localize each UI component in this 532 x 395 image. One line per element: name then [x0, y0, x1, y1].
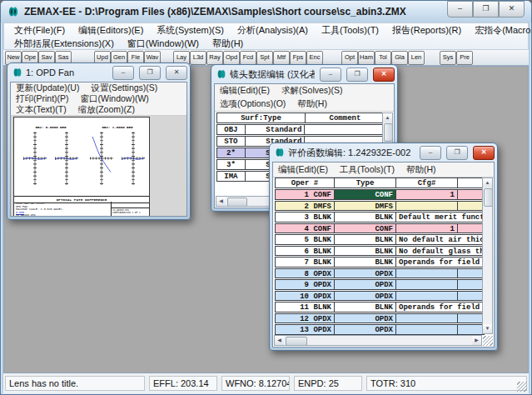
- toolbar-enc[interactable]: Enc: [306, 51, 323, 65]
- table-row[interactable]: 6 BLNK BLNK No default glass thi: [275, 246, 485, 257]
- merit-close-button[interactable]: ✕: [473, 146, 495, 160]
- table-row[interactable]: 5 BLNK BLNK No default air thick: [275, 234, 485, 245]
- opd-menu-window[interactable]: 窗口(Window)(W): [81, 93, 149, 105]
- cell-extra[interactable]: [458, 280, 484, 289]
- cell-type[interactable]: OPDX: [335, 314, 396, 323]
- scroll-down-arrow[interactable]: ▼: [483, 324, 492, 333]
- cell-oper[interactable]: 12 OPDX: [276, 314, 335, 323]
- lens-menu-help[interactable]: 帮助(H): [297, 98, 327, 110]
- opd-menu-update[interactable]: 更新(Update)(U): [16, 82, 79, 94]
- merit-horizontal-scrollbar[interactable]: ◀ ▶: [274, 335, 482, 346]
- cell-extra[interactable]: [458, 292, 484, 301]
- lens-menu-options[interactable]: 选项(Options)(O): [220, 98, 286, 110]
- menu-reports[interactable]: 报告(Reports)(R): [385, 24, 468, 37]
- cell-type[interactable]: DMFS: [335, 202, 396, 211]
- cell-oper[interactable]: 8 OPDX: [276, 269, 335, 278]
- cell-cfg[interactable]: [396, 280, 458, 289]
- cell-type[interactable]: OPDX: [335, 269, 396, 278]
- menu-tools[interactable]: 工具(Tools)(T): [315, 24, 385, 37]
- cell-cfg[interactable]: [396, 314, 458, 323]
- cell-oper[interactable]: 7 BLNK: [276, 258, 335, 267]
- toolbar-l3d[interactable]: L3d: [190, 51, 206, 65]
- toolbar-opd[interactable]: Opd: [223, 51, 240, 65]
- table-row[interactable]: 3 BLNK BLNK Default merit functi: [275, 212, 485, 222]
- menu-window[interactable]: 窗口(Window)(W): [121, 38, 206, 50]
- cell-oper[interactable]: 4 CONF: [276, 224, 335, 233]
- lens-minimize-button[interactable]: –: [320, 68, 341, 82]
- opd-fan-window[interactable]: 1: OPD Fan – ❐ ✕ 更新(Update)(U) 设置(Settin…: [7, 62, 191, 220]
- merit-function-editor-window[interactable]: 评价函数编辑: 1.242932E-002 – ❐ ✕ 编辑(Edit)(E) …: [269, 142, 498, 351]
- cell-cfg[interactable]: 1: [396, 190, 458, 199]
- toolbar-fps[interactable]: Fps: [290, 51, 306, 65]
- cell-type[interactable]: CONF: [335, 224, 396, 233]
- cell-surf[interactable]: IMA: [217, 172, 246, 181]
- scroll-thumb[interactable]: [227, 198, 247, 207]
- close-button[interactable]: ✕: [499, 1, 525, 18]
- cell-comment[interactable]: Operands for field 2: [396, 302, 484, 312]
- toolbar-tol[interactable]: Tol: [375, 51, 391, 65]
- cell-extra[interactable]: [458, 202, 484, 211]
- cell-oper[interactable]: 2 DMFS: [276, 202, 335, 211]
- scroll-left-arrow[interactable]: ◀: [216, 197, 226, 206]
- lens-menu-solves[interactable]: 求解(Solves)(S): [281, 85, 343, 97]
- window-resize-grip[interactable]: [517, 382, 527, 392]
- toolbar-spt[interactable]: Spt: [256, 51, 273, 65]
- opd-minimize-button[interactable]: –: [112, 66, 134, 80]
- merit-vertical-scrollbar[interactable]: ▲ ▼: [482, 178, 493, 334]
- cell-cfg[interactable]: [396, 202, 458, 211]
- minimize-button[interactable]: –: [447, 1, 473, 18]
- cell-cfg[interactable]: [396, 325, 458, 334]
- cell-comment[interactable]: Operands for field 1: [396, 258, 484, 267]
- toolbar-pre[interactable]: Pre: [456, 51, 473, 65]
- cell-type[interactable]: BLNK: [335, 247, 396, 256]
- opd-menu-print[interactable]: 打印(Print)(P): [16, 93, 69, 105]
- cell-extra[interactable]: [458, 314, 484, 323]
- table-row[interactable]: 8 OPDX OPDX: [275, 268, 485, 279]
- cell-comment[interactable]: [305, 125, 385, 134]
- cell-oper[interactable]: 10 OPDX: [276, 292, 335, 301]
- table-row[interactable]: 4 CONF CONF 1: [275, 223, 485, 234]
- scroll-up-arrow[interactable]: ▲: [383, 113, 392, 122]
- merit-menu-tools[interactable]: 工具(Tools)(T): [340, 164, 395, 176]
- opd-titlebar[interactable]: 1: OPD Fan – ❐ ✕: [10, 63, 187, 82]
- toolbar-fcd[interactable]: Fcd: [240, 51, 256, 65]
- opd-menu-text[interactable]: 文本(Text)(T): [16, 104, 67, 116]
- cell-type[interactable]: Standard: [246, 125, 306, 134]
- scroll-right-arrow[interactable]: ▶: [472, 336, 481, 345]
- scroll-thumb[interactable]: [484, 188, 493, 207]
- cell-extra[interactable]: [458, 269, 484, 278]
- toolbar-sys[interactable]: Sys: [440, 51, 456, 65]
- table-row[interactable]: 11 BLNK BLNK Operands for field 2: [275, 302, 485, 312]
- main-titlebar[interactable]: ZEMAX-EE - D:\Program Files (x86)\ZEMAX\…: [1, 1, 531, 22]
- lens-titlebar[interactable]: 镜头数据编辑 (汉化者: eng... – ❐ ✕: [214, 65, 395, 83]
- toolbar-ray[interactable]: Ray: [206, 51, 223, 65]
- cell-comment[interactable]: No default air thick: [396, 235, 484, 244]
- cell-oper[interactable]: 13 OPDX: [276, 325, 335, 334]
- cell-surf[interactable]: 2*: [217, 148, 246, 158]
- cell-oper[interactable]: 3 BLNK: [276, 212, 335, 222]
- table-row[interactable]: 10 OPDX OPDX: [275, 291, 485, 302]
- opd-restore-button[interactable]: ❐: [139, 66, 161, 80]
- cell-type[interactable]: BLNK: [335, 212, 396, 222]
- lens-restore-button[interactable]: ❐: [346, 68, 368, 82]
- table-row[interactable]: 12 OPDX OPDX: [275, 313, 485, 324]
- cell-type-selected[interactable]: CONF: [335, 190, 396, 199]
- merit-restore-button[interactable]: ❐: [446, 146, 468, 160]
- merit-menu-edit[interactable]: 编辑(Edit)(E): [278, 164, 328, 176]
- lens-close-button[interactable]: ✕: [373, 68, 395, 82]
- menu-extensions[interactable]: 外部括展(Extensions)(X): [7, 38, 121, 50]
- cell-oper[interactable]: 5 BLNK: [276, 235, 335, 244]
- scroll-up-arrow[interactable]: ▲: [483, 178, 492, 188]
- toolbar-mtf[interactable]: Mtf: [273, 51, 290, 65]
- cell-surf[interactable]: 3*: [217, 160, 246, 169]
- cell-extra[interactable]: [458, 190, 484, 199]
- lens-menu-edit[interactable]: 编辑(Edit)(E): [220, 85, 270, 97]
- table-row[interactable]: 7 BLNK BLNK Operands for field 1: [275, 257, 485, 268]
- cell-type[interactable]: OPDX: [335, 325, 396, 334]
- restore-button[interactable]: ❐: [473, 1, 499, 18]
- merit-titlebar[interactable]: 评价函数编辑: 1.242932E-002 – ❐ ✕: [272, 143, 495, 162]
- merit-minimize-button[interactable]: –: [420, 146, 441, 160]
- menu-analysis[interactable]: 分析(Analysis)(A): [231, 24, 315, 37]
- menu-editors[interactable]: 编辑(Editors)(E): [72, 24, 150, 37]
- cell-type[interactable]: OPDX: [335, 280, 396, 289]
